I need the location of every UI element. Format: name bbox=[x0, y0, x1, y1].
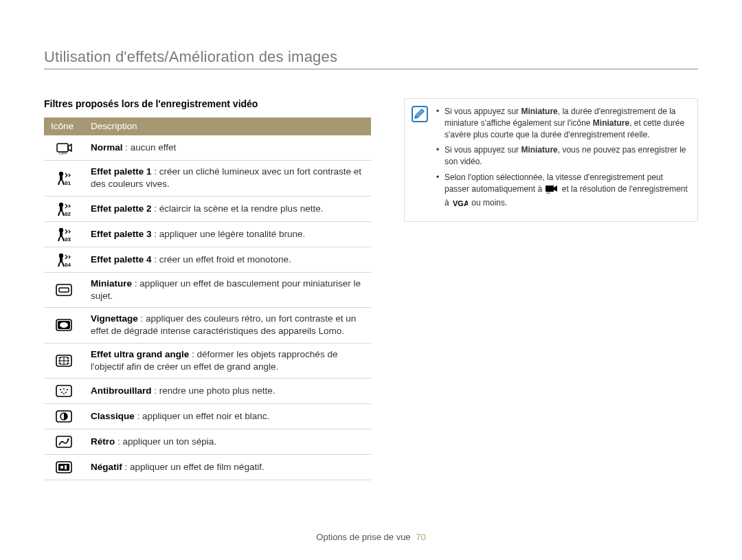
filter-body: : rendre une photo plus nette. bbox=[152, 385, 276, 396]
table-row: Miniature : appliquer un effet de bascul… bbox=[44, 272, 371, 307]
note-item: Selon l'option sélectionnée, la vitesse … bbox=[436, 172, 688, 210]
normal-icon: OFF bbox=[44, 135, 84, 161]
filter-description: Négatif : appliquer un effet de film nég… bbox=[84, 454, 371, 480]
svg-rect-9 bbox=[60, 232, 63, 237]
col-header-desc: Description bbox=[84, 117, 371, 135]
filter-description: Normal : aucun effet bbox=[84, 135, 371, 161]
filter-body: : aucun effet bbox=[123, 142, 177, 153]
filter-description: Antibrouillard : rendre une photo plus n… bbox=[84, 378, 371, 403]
note-text: Si vous appuyez sur bbox=[445, 107, 521, 116]
filter-name: Miniature bbox=[91, 278, 132, 289]
svg-point-22 bbox=[63, 388, 65, 390]
table-row: Antibrouillard : rendre une photo plus n… bbox=[44, 378, 371, 403]
svg-text:03: 03 bbox=[65, 236, 71, 242]
filter-name: Rétro bbox=[91, 436, 115, 447]
col-header-icon: Icône bbox=[44, 117, 84, 135]
svg-text:15: 15 bbox=[546, 190, 550, 194]
table-row: Négatif : appliquer un effet de film nég… bbox=[44, 454, 371, 480]
filter-name: Effet palette 4 bbox=[91, 254, 152, 265]
filters-table: Icône Description OFFNormal : aucun effe… bbox=[44, 117, 371, 480]
filter-body: : créer un effet froid et monotone. bbox=[152, 254, 291, 265]
svg-point-8 bbox=[59, 227, 63, 232]
svg-rect-33 bbox=[60, 466, 63, 469]
filter-description: Effet palette 1 : créer un cliché lumine… bbox=[84, 161, 371, 196]
note-icon bbox=[412, 106, 428, 122]
filter-name: Effet palette 2 bbox=[91, 203, 152, 214]
retro-icon bbox=[44, 429, 84, 454]
note-text: Si vous appuyez sur bbox=[445, 145, 521, 155]
svg-text:04: 04 bbox=[65, 262, 71, 267]
svg-point-24 bbox=[61, 392, 63, 393]
svg-text:VGA: VGA bbox=[453, 199, 468, 208]
filter-body: : appliquer un effet de film négatif. bbox=[122, 462, 265, 472]
vignette-icon bbox=[44, 308, 84, 343]
svg-text:OFF: OFF bbox=[59, 151, 67, 155]
table-row: 04Effet palette 4 : créer un effet froid… bbox=[44, 247, 371, 272]
pal3-icon: 03 bbox=[44, 221, 84, 247]
filter-description: Miniature : appliquer un effet de bascul… bbox=[84, 272, 371, 307]
note-bold: Miniature bbox=[593, 118, 629, 128]
table-row: Vignettage : appliquer des couleurs rétr… bbox=[44, 308, 371, 343]
table-row: 02Effet palette 2 : éclaircir la scène e… bbox=[44, 196, 371, 221]
table-row: Rétro : appliquer un ton sépia. bbox=[44, 429, 371, 454]
page-footer: Options de prise de vue 70 bbox=[0, 532, 742, 542]
filter-name: Classique bbox=[91, 411, 135, 421]
negative-icon bbox=[44, 454, 84, 480]
svg-point-26 bbox=[63, 393, 65, 394]
footer-label: Options de prise de vue bbox=[316, 532, 410, 542]
svg-rect-15 bbox=[59, 288, 69, 292]
note-item: Si vous appuyez sur Miniature, vous ne p… bbox=[436, 144, 688, 168]
svg-rect-12 bbox=[60, 258, 63, 262]
filter-name: Effet palette 3 bbox=[91, 229, 152, 239]
svg-point-21 bbox=[60, 389, 61, 390]
svg-point-2 bbox=[59, 172, 63, 176]
filter-description: Effet palette 3 : appliquer une légère t… bbox=[84, 221, 371, 247]
fps-icon: 15 bbox=[546, 186, 558, 197]
svg-point-18 bbox=[60, 322, 68, 328]
filter-description: Effet palette 4 : créer un effet froid e… bbox=[84, 247, 371, 272]
svg-rect-32 bbox=[58, 464, 69, 471]
pal1-icon: 01 bbox=[44, 161, 84, 196]
filter-name: Effet palette 1 bbox=[91, 166, 152, 177]
title-rule bbox=[44, 69, 698, 69]
svg-point-30 bbox=[67, 439, 69, 440]
filter-description: Effet ultra grand angle : déformer les o… bbox=[84, 343, 371, 378]
note-bold: Miniature bbox=[521, 145, 557, 155]
footer-page-number: 70 bbox=[416, 532, 425, 542]
svg-rect-6 bbox=[60, 207, 63, 212]
svg-rect-20 bbox=[56, 385, 71, 396]
section-heading: Filtres proposés lors de l'enregistremen… bbox=[44, 98, 371, 109]
filter-name: Antibrouillard bbox=[91, 385, 152, 396]
filter-description: Classique : appliquer un effet noir et b… bbox=[84, 403, 371, 429]
note-bold: Miniature bbox=[521, 107, 557, 116]
note-text: ou moins. bbox=[469, 198, 507, 208]
filter-description: Effet palette 2 : éclaircir la scène et … bbox=[84, 196, 371, 221]
table-row: Effet ultra grand angle : déformer les o… bbox=[44, 343, 371, 378]
pal2-icon: 02 bbox=[44, 196, 84, 221]
table-row: 01Effet palette 1 : créer un cliché lumi… bbox=[44, 161, 371, 196]
page-title: Utilisation d'effets/Amélioration des im… bbox=[44, 48, 698, 66]
note-item: Si vous appuyez sur Miniature, la durée … bbox=[436, 106, 688, 140]
table-row: OFFNormal : aucun effet bbox=[44, 135, 371, 161]
note-box: Si vous appuyez sur Miniature, la durée … bbox=[404, 98, 698, 222]
filter-body: : éclaircir la scène et la rendre plus n… bbox=[152, 203, 324, 214]
svg-rect-34 bbox=[65, 465, 67, 469]
svg-rect-3 bbox=[60, 176, 63, 181]
classic-icon bbox=[44, 403, 84, 429]
filter-body: : appliquer un effet noir et blanc. bbox=[135, 411, 269, 421]
vga-icon: VGA bbox=[453, 199, 468, 211]
pal4-icon: 04 bbox=[44, 247, 84, 272]
table-row: 03Effet palette 3 : appliquer une légère… bbox=[44, 221, 371, 247]
filter-name: Vignettage bbox=[91, 313, 138, 324]
filter-name: Normal bbox=[91, 142, 123, 153]
svg-point-23 bbox=[67, 389, 68, 390]
filter-name: Effet ultra grand angle bbox=[91, 349, 189, 359]
table-row: Classique : appliquer un effet noir et b… bbox=[44, 403, 371, 429]
svg-point-5 bbox=[59, 202, 63, 206]
filter-description: Vignettage : appliquer des couleurs rétr… bbox=[84, 308, 371, 343]
filter-body: : appliquer une légère tonalité brune. bbox=[152, 229, 306, 239]
svg-point-25 bbox=[65, 392, 67, 393]
defog-icon bbox=[44, 378, 84, 403]
filter-body: : appliquer un ton sépia. bbox=[115, 436, 216, 447]
filter-name: Négatif bbox=[91, 462, 122, 472]
